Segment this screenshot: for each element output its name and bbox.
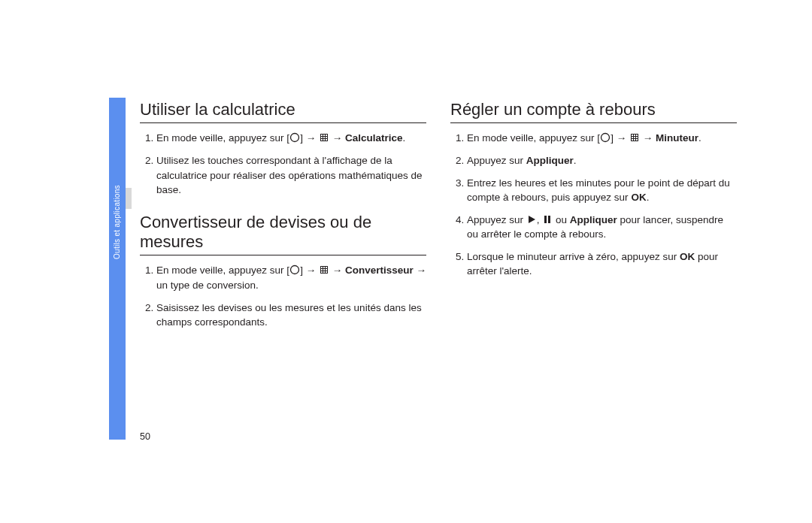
text: Entrez les heures et les minutes pour le…	[467, 177, 730, 204]
arrow-icon: →	[306, 131, 317, 146]
list-item: En mode veille, appuyez sur [] → → Minut…	[467, 131, 737, 146]
text: Appuyez sur	[467, 155, 526, 166]
svg-marker-33	[529, 216, 535, 223]
bracket-close: ]	[300, 132, 303, 144]
svg-rect-24	[632, 135, 633, 136]
steps-countdown: En mode veille, appuyez sur [] → → Minut…	[450, 131, 737, 279]
button-label: OK	[680, 251, 695, 262]
svg-rect-10	[326, 139, 327, 141]
section-vertical-label: Outils et applications	[113, 185, 121, 259]
app-name: Appliquer	[526, 155, 574, 166]
text: ou	[553, 214, 570, 225]
svg-rect-29	[636, 137, 638, 138]
pause-icon	[542, 214, 553, 225]
list-item: Appuyez sur Appliquer.	[467, 153, 737, 168]
list-item: Saisissez les devises ou les mesures et …	[156, 301, 426, 330]
list-item: Utilisez les touches correspondant à l'a…	[156, 153, 426, 198]
svg-rect-6	[323, 137, 325, 138]
svg-rect-26	[636, 135, 638, 136]
list-item: En mode veille, appuyez sur [] → → Conve…	[156, 263, 426, 292]
svg-rect-2	[321, 135, 323, 136]
svg-point-22	[601, 134, 610, 142]
arrow-icon: →	[306, 263, 317, 278]
svg-rect-28	[634, 137, 635, 138]
text: En mode veille, appuyez sur	[156, 132, 286, 144]
grid-menu-icon	[319, 265, 329, 275]
svg-rect-14	[323, 267, 325, 268]
app-name: Calculatrice	[345, 132, 403, 144]
svg-rect-15	[326, 267, 327, 268]
thumb-tab	[126, 188, 132, 209]
right-column: Régler un compte à rebours En mode veill…	[450, 100, 737, 345]
manual-page: Outils et applications Utiliser la calcu…	[0, 0, 812, 523]
heading-calculator: Utiliser la calculatrice	[140, 100, 426, 123]
heading-converter: Convertisseur de devises ou de mesures	[140, 213, 426, 256]
svg-rect-13	[321, 267, 323, 268]
svg-rect-21	[326, 271, 327, 273]
section-color-bar	[109, 98, 126, 440]
svg-rect-9	[323, 139, 325, 141]
page-number: 50	[140, 431, 150, 442]
arrow-icon: →	[332, 131, 343, 146]
svg-rect-18	[326, 269, 327, 271]
list-item: En mode veille, appuyez sur [] → → Calcu…	[156, 131, 426, 146]
grid-menu-icon	[629, 132, 640, 143]
list-item: Lorsque le minuteur arrive à zéro, appuy…	[467, 249, 737, 279]
svg-rect-25	[634, 135, 635, 136]
text: Lorsque le minuteur arrive à zéro, appuy…	[467, 251, 680, 262]
bracket-close: ]	[300, 265, 303, 276]
circle-key-icon	[289, 265, 300, 275]
svg-rect-5	[321, 137, 323, 138]
grid-menu-icon	[319, 132, 329, 143]
svg-rect-17	[323, 269, 325, 271]
svg-rect-34	[544, 216, 547, 223]
svg-rect-3	[323, 135, 325, 136]
steps-converter: En mode veille, appuyez sur [] → → Conve…	[140, 263, 426, 329]
svg-rect-35	[548, 216, 550, 223]
text: En mode veille, appuyez sur	[467, 132, 597, 144]
left-column: Utiliser la calculatrice En mode veille,…	[140, 100, 426, 345]
svg-rect-19	[321, 271, 323, 273]
page-content: Utiliser la calculatrice En mode veille,…	[140, 100, 737, 345]
text: Appuyez sur	[467, 214, 526, 225]
text: ,	[537, 214, 543, 225]
app-name: Minuteur	[656, 132, 698, 144]
svg-rect-7	[326, 137, 327, 138]
arrow-icon: →	[643, 131, 653, 146]
steps-calculator: En mode veille, appuyez sur [] → → Calcu…	[140, 131, 426, 197]
arrow-icon: →	[332, 263, 343, 278]
text: .	[574, 155, 577, 166]
app-name: Convertisseur	[345, 265, 414, 276]
svg-rect-31	[634, 139, 635, 141]
text: .	[403, 132, 406, 144]
svg-rect-32	[636, 139, 638, 141]
play-icon	[526, 214, 537, 225]
list-item: Entrez les heures et les minutes pour le…	[467, 176, 737, 205]
arrow-icon: →	[617, 131, 627, 146]
bracket-close: ]	[611, 132, 614, 144]
text: .	[647, 192, 650, 203]
svg-rect-4	[326, 135, 327, 136]
svg-rect-30	[632, 139, 633, 141]
list-item: Appuyez sur , ou Appliquer pour lancer, …	[467, 213, 737, 242]
button-label: Appliquer	[570, 214, 617, 225]
text: En mode veille, appuyez sur	[156, 265, 286, 276]
svg-rect-20	[323, 271, 325, 273]
text: .	[698, 132, 701, 144]
svg-point-0	[291, 134, 299, 142]
svg-rect-27	[632, 137, 633, 138]
svg-rect-16	[321, 269, 323, 271]
button-label: OK	[631, 192, 646, 203]
circle-key-icon	[600, 132, 611, 143]
svg-point-11	[291, 266, 299, 274]
svg-rect-8	[321, 139, 323, 141]
circle-key-icon	[289, 132, 300, 143]
heading-countdown: Régler un compte à rebours	[450, 100, 737, 123]
